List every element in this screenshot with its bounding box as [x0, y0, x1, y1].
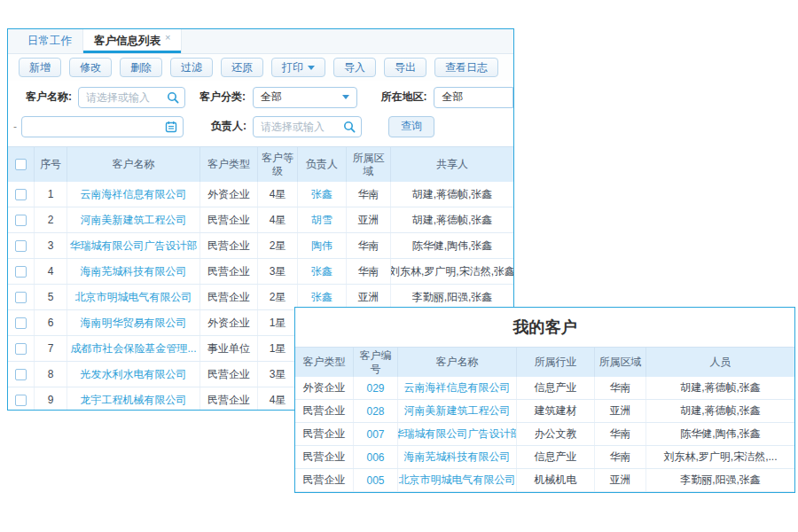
row-index: 3: [35, 233, 67, 258]
my-customers-panel: 我的客户 客户类型 客户编号 客户名称 所属行业 所属区域 人员 外资企业029…: [294, 307, 795, 493]
row-checkbox-cell: [8, 207, 35, 232]
row-checkbox[interactable]: [15, 189, 27, 200]
header-type: 客户类型: [295, 347, 354, 377]
customer-category-label: 客户分类:: [200, 90, 246, 105]
import-button[interactable]: 导入: [333, 58, 376, 77]
select-all-checkbox[interactable]: [15, 159, 27, 170]
my-customers-table: 客户类型 客户编号 客户名称 所属行业 所属区域 人员 外资企业029云南海祥信…: [295, 347, 794, 492]
filter-area: 客户名称: 客户分类: 全部 所在地区: 全部 -: [8, 81, 513, 146]
row-checkbox[interactable]: [15, 395, 27, 406]
customer-type: 民营企业: [200, 387, 258, 411]
row-index: 7: [35, 336, 67, 361]
row-checkbox-cell: [8, 233, 35, 258]
personnel: 胡建,蒋德帧,张鑫: [646, 377, 794, 399]
district-select[interactable]: 全部: [434, 87, 513, 108]
customer-name-link[interactable]: 河南美新建筑工程公司: [398, 400, 517, 422]
customer-name-link[interactable]: 河南美新建筑工程公司: [67, 207, 200, 232]
customer-level: 2星: [258, 233, 298, 258]
desktop: 日常工作 客户信息列表 × 新增 修改 删除 过滤 还原 打印 导入 导出 查看…: [0, 0, 798, 532]
owner-link[interactable]: 张鑫: [298, 259, 347, 284]
industry: 信息产业: [517, 446, 595, 468]
row-checkbox-cell: [8, 336, 35, 361]
customer-type: 外资企业: [295, 377, 354, 399]
customer-name-link[interactable]: 成都市社会保险基金管理...: [67, 336, 200, 361]
customer-level: 4星: [258, 207, 298, 232]
industry: 办公文教: [517, 423, 595, 445]
filter-row-1: 客户名称: 客户分类: 全部 所在地区: 全部: [8, 82, 513, 112]
tab-daily-work[interactable]: 日常工作: [17, 29, 82, 53]
edit-button[interactable]: 修改: [69, 58, 112, 77]
region: 亚洲: [595, 469, 646, 491]
row-checkbox[interactable]: [15, 215, 27, 226]
tab-label: 客户信息列表: [94, 34, 160, 49]
date-field: [21, 116, 184, 137]
row-checkbox[interactable]: [15, 369, 27, 380]
customer-name-link[interactable]: 华瑞城有限公司广告设计部: [67, 233, 200, 258]
customer-category-select[interactable]: 全部: [253, 87, 357, 108]
calendar-icon[interactable]: [165, 121, 177, 136]
region: 华南: [595, 446, 646, 468]
query-button[interactable]: 查询: [388, 116, 434, 137]
search-icon[interactable]: [343, 121, 356, 136]
header-region: 所属区域: [595, 347, 646, 377]
owner-link[interactable]: 张鑫: [298, 182, 347, 207]
row-checkbox[interactable]: [15, 266, 27, 278]
filter-row-2: - 负责人: 查询: [8, 112, 513, 141]
customer-name-label: 客户名称:: [26, 90, 72, 105]
customer-code-link[interactable]: 029: [354, 377, 398, 399]
shared-people: 李勤丽,阳强,张鑫: [391, 285, 513, 309]
customer-name-link[interactable]: 龙宇工程机械有限公司: [67, 387, 200, 411]
filter-button[interactable]: 过滤: [170, 58, 213, 77]
customer-name-link[interactable]: 海南明华贸易有限公司: [67, 310, 200, 335]
row-index: 4: [35, 259, 67, 284]
add-button[interactable]: 新增: [19, 58, 61, 77]
export-button[interactable]: 导出: [384, 58, 426, 77]
customer-table-header: 序号 客户名称 客户类型 客户等级 负责人 所属区域 共享人: [8, 146, 513, 182]
customer-code-link[interactable]: 005: [354, 469, 398, 491]
tab-customer-list[interactable]: 客户信息列表 ×: [82, 29, 182, 53]
my-customers-body: 外资企业029云南海祥信息有限公司信息产业华南胡建,蒋德帧,张鑫民营企业028河…: [295, 377, 794, 492]
restore-button[interactable]: 还原: [221, 58, 263, 77]
customer-level: 1星: [258, 336, 298, 361]
owner-link[interactable]: 张鑫: [298, 285, 347, 309]
search-icon[interactable]: [167, 91, 179, 106]
customer-name-link[interactable]: 海南芜城科技有限公司: [67, 259, 200, 284]
customer-name-link[interactable]: 北京市明城电气有限公司: [67, 285, 200, 309]
my-customers-header: 客户类型 客户编号 客户名称 所属行业 所属区域 人员: [295, 347, 794, 377]
customer-level: 1星: [258, 310, 298, 335]
row-index: 1: [35, 182, 67, 207]
customer-name-link[interactable]: 北京市明城电气有限公司: [398, 469, 517, 491]
row-checkbox[interactable]: [15, 240, 27, 252]
customer-name-link[interactable]: 海南芜城科技有限公司: [398, 446, 517, 468]
customer-name-link[interactable]: 云南海祥信息有限公司: [398, 377, 517, 399]
customer-name-link[interactable]: 华瑞城有限公司广告设计部: [398, 423, 517, 445]
customer-name-link[interactable]: 云南海祥信息有限公司: [67, 182, 200, 207]
customer-name-link[interactable]: 光发水利水电有限公司: [67, 362, 200, 387]
owner-link[interactable]: 胡雪: [298, 207, 347, 232]
row-index: 5: [35, 285, 67, 309]
customer-code-link[interactable]: 028: [354, 400, 398, 422]
tab-label: 日常工作: [27, 34, 72, 49]
region: 华南: [347, 233, 391, 258]
close-icon[interactable]: ×: [165, 32, 170, 43]
list-item: 民营企业005北京市明城电气有限公司机械机电亚洲李勤丽,阳强,张鑫: [295, 469, 794, 492]
owner-link[interactable]: 陶伟: [298, 233, 347, 258]
customer-type: 外资企业: [200, 310, 258, 335]
row-checkbox[interactable]: [15, 343, 27, 355]
header-customer-type: 客户类型: [200, 146, 258, 182]
customer-code-link[interactable]: 007: [354, 423, 398, 445]
table-row: 1云南海祥信息有限公司外资企业4星张鑫华南胡建,蒋德帧,张鑫: [8, 182, 513, 207]
tab-bar: 日常工作 客户信息列表 ×: [8, 29, 513, 54]
customer-code-link[interactable]: 006: [354, 446, 398, 468]
view-log-button[interactable]: 查看日志: [434, 58, 498, 77]
print-button[interactable]: 打印: [271, 58, 325, 77]
row-checkbox[interactable]: [15, 317, 27, 329]
list-item: 外资企业029云南海祥信息有限公司信息产业华南胡建,蒋德帧,张鑫: [295, 377, 794, 400]
row-checkbox[interactable]: [15, 292, 27, 303]
personnel: 陈华健,陶伟,张鑫: [646, 423, 794, 445]
table-row: 4海南芜城科技有限公司民营企业3星张鑫华南刘东林,罗广明,宋洁然,张鑫: [8, 259, 513, 285]
date-input[interactable]: [22, 117, 183, 137]
delete-button[interactable]: 删除: [120, 58, 162, 77]
region: 亚洲: [595, 400, 646, 422]
customer-type: 民营企业: [295, 423, 354, 445]
